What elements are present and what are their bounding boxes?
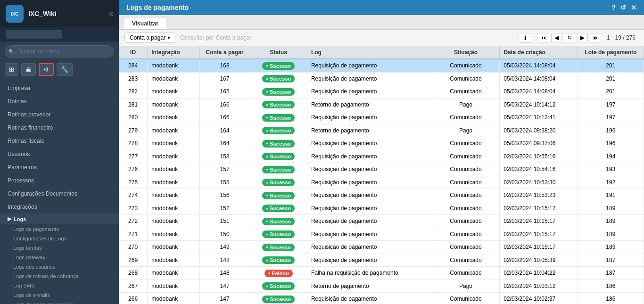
cell-log: Requisição de pagamento — [307, 111, 432, 124]
submenu-config-logs[interactable]: Configurações de Logs — [0, 234, 119, 243]
export-icon[interactable]: ⎋ — [109, 10, 113, 17]
status-badge: Sucesso — [262, 75, 295, 82]
status-badge: Sucesso — [262, 282, 295, 290]
filter-conta-pagar-button[interactable]: Conta a pagar ▾ — [124, 33, 175, 43]
sidebar-item-rotinas-fiscais[interactable]: Rotinas fiscais — [0, 134, 119, 148]
submenu-logs-erros-integ[interactable]: Logs de erros integrações — [0, 300, 119, 304]
table-row[interactable]: 271 modobank 150 Sucesso Requisição de p… — [119, 228, 644, 241]
cell-id: 267 — [119, 279, 148, 293]
submenu-logs-pagamento[interactable]: Logs de pagamento — [0, 224, 119, 234]
grid-button[interactable]: ⊞ — [5, 63, 18, 76]
refresh-button[interactable]: ↻ — [564, 33, 575, 42]
sidebar-item-rotinas[interactable]: Rotinas — [0, 95, 119, 108]
prev-page-button[interactable]: ◀ — [551, 33, 562, 42]
table-row[interactable]: 274 modobank 156 Sucesso Requisição de p… — [119, 189, 644, 202]
table-row[interactable]: 282 modobank 165 Sucesso Requisição de p… — [119, 85, 644, 99]
cell-log: Requisição de pagamento — [307, 137, 432, 150]
cell-integ: modobank — [148, 150, 199, 163]
table-row[interactable]: 267 modobank 147 Sucesso Retorno de paga… — [119, 279, 644, 293]
submenu-logs-cobranca[interactable]: Logs de rotinas de cobrança — [0, 271, 119, 281]
last-page-button[interactable]: ⏭ — [590, 33, 602, 42]
sidebar-item-processos[interactable]: Processos — [0, 174, 119, 187]
submenu-logs-usuarios[interactable]: Logs dos usuários — [0, 262, 119, 271]
status-badge: Sucesso — [262, 230, 295, 238]
main-content: Logs de pagamento ? ↺ ✕ Visualizar Conta… — [119, 0, 644, 304]
status-badge: Sucesso — [262, 88, 295, 96]
cell-data: 05/03/2024 14:08:04 — [500, 72, 578, 85]
cell-conta: 148 — [199, 254, 250, 267]
first-page-button[interactable]: ⏮ — [537, 33, 549, 42]
cell-data: 02/03/2024 10:15:17 — [500, 241, 578, 254]
table-row[interactable]: 276 modobank 157 Sucesso Requisição de p… — [119, 163, 644, 176]
cell-conta: 164 — [199, 137, 250, 150]
table-row[interactable]: 269 modobank 148 Sucesso Requisição de p… — [119, 254, 644, 267]
submenu-log-sms[interactable]: Log SMS — [0, 281, 119, 290]
table-row[interactable]: 272 modobank 151 Sucesso Requisição de p… — [119, 215, 644, 228]
cell-log: Retorno de pagamento — [307, 279, 432, 293]
download-button[interactable]: ⬇ — [519, 33, 532, 43]
table-row[interactable]: 279 modobank 164 Sucesso Retorno de paga… — [119, 124, 644, 137]
cell-integ: modobank — [148, 267, 199, 280]
settings-button[interactable]: ⚙ — [39, 63, 54, 76]
cell-conta: 166 — [199, 111, 250, 124]
submenu-logs-emails[interactable]: Logs de e-mails — [0, 290, 119, 300]
cell-id: 273 — [119, 202, 148, 215]
table-row[interactable]: 283 modobank 167 Sucesso Requisição de p… — [119, 72, 644, 85]
wrench-button[interactable]: 🔧 — [57, 63, 73, 76]
table-row[interactable]: 266 modobank 147 Sucesso Requisição de p… — [119, 293, 644, 304]
table-row[interactable]: 268 modobank 148 Falhou Falha na requisi… — [119, 267, 644, 280]
table-row[interactable]: 275 modobank 155 Sucesso Requisição de p… — [119, 176, 644, 189]
cell-integ: modobank — [148, 189, 199, 202]
sidebar-item-parametros[interactable]: Parâmetros — [0, 161, 119, 174]
cell-log: Retorno de pagamento — [307, 124, 432, 137]
table-row[interactable]: 280 modobank 166 Sucesso Requisição de p… — [119, 111, 644, 124]
table-row[interactable]: 270 modobank 149 Sucesso Requisição de p… — [119, 241, 644, 254]
table-row[interactable]: 284 modobank 168 Sucesso Requisição de p… — [119, 59, 644, 72]
status-badge: Sucesso — [262, 62, 295, 70]
filter-bar: Conta a pagar ▾ Consultar por Conta a pa… — [119, 30, 644, 46]
sidebar-item-logs[interactable]: ▶ Logs — [0, 214, 119, 224]
table-row[interactable]: 273 modobank 152 Sucesso Requisição de p… — [119, 202, 644, 215]
submenu-logs-gateway[interactable]: Logs gateway — [0, 253, 119, 262]
cell-id: 278 — [119, 137, 148, 150]
cell-status: Sucesso — [250, 189, 307, 202]
table-row[interactable]: 277 modobank 158 Sucesso Requisição de p… — [119, 150, 644, 163]
cell-integ: modobank — [148, 293, 199, 304]
cell-integ: modobank — [148, 254, 199, 267]
cell-sit: Pago — [432, 279, 499, 293]
table-row[interactable]: 281 modobank 166 Sucesso Retorno de paga… — [119, 98, 644, 111]
sidebar-item-empresa[interactable]: Empresa — [0, 82, 119, 95]
restore-icon[interactable]: ↺ — [620, 4, 626, 11]
print-button[interactable]: 🖶 — [21, 63, 36, 76]
status-badge: Sucesso — [262, 153, 295, 160]
status-badge: Sucesso — [262, 101, 295, 108]
sidebar-item-rotinas-financeiro[interactable]: Rotinas financeiro — [0, 121, 119, 134]
next-page-button[interactable]: ▶ — [577, 33, 588, 42]
table-row[interactable]: 278 modobank 164 Sucesso Requisição de p… — [119, 137, 644, 150]
cell-status: Falhou — [250, 267, 307, 280]
cell-sit: Comunicado — [432, 163, 499, 176]
col-header-status: Status — [250, 46, 307, 59]
cell-conta: 165 — [199, 85, 250, 99]
submenu-logs-tarefas[interactable]: Logs tarefas — [0, 243, 119, 253]
status-badge: Sucesso — [262, 256, 295, 264]
cell-lote: 201 — [578, 85, 644, 99]
cell-integ: modobank — [148, 176, 199, 189]
cell-data: 02/03/2024 10:15:17 — [500, 228, 578, 241]
app-title: IXC_Wiki — [28, 10, 105, 17]
status-badge: Sucesso — [262, 296, 295, 303]
tab-visualizar[interactable]: Visualizar — [124, 18, 166, 29]
sidebar-item-rotinas-provedor[interactable]: Rotinas provedor — [0, 108, 119, 121]
sidebar-item-config-docs[interactable]: Configurações Documentos — [0, 187, 119, 200]
help-icon[interactable]: ? — [611, 4, 616, 11]
cell-data: 05/03/2024 10:14:12 — [500, 98, 578, 111]
close-icon[interactable]: ✕ — [631, 4, 636, 11]
cell-status: Sucesso — [250, 241, 307, 254]
cell-conta: 158 — [199, 150, 250, 163]
search-input[interactable] — [5, 45, 114, 58]
cell-lote: 192 — [578, 176, 644, 189]
sidebar-item-usuarios[interactable]: Usuários — [0, 148, 119, 161]
sidebar-item-integracoes[interactable]: Integrações — [0, 200, 119, 214]
page-title: Logs de pagamento — [126, 4, 189, 11]
cell-conta: 149 — [199, 241, 250, 254]
